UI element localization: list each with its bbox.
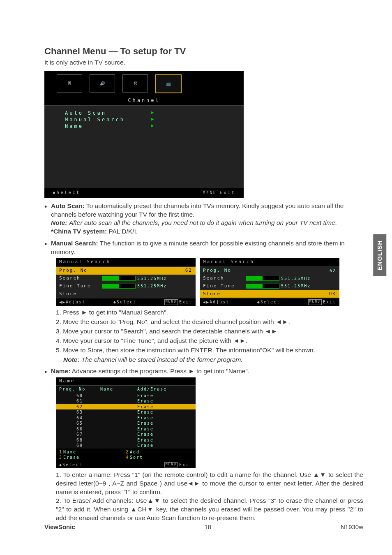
tab-setup-icon: 🛠 (122, 74, 148, 92)
footer-exit-label: Exit (220, 190, 236, 196)
ms1-title: Manual Search (56, 258, 196, 266)
note-label: Note: (51, 219, 67, 226)
tab-sound-icon: 🔊 (90, 74, 115, 92)
ms1-store-label: Store (59, 291, 100, 297)
ms2-search-val: 551.25MHz (281, 276, 311, 282)
name-row: 62Erase (56, 404, 196, 410)
ms2-adj: Adjust (210, 299, 229, 305)
ms2-title: Manual Search (200, 258, 339, 266)
step: 4. Move your cursor to "Fine Tune", and … (56, 337, 363, 345)
name-label: Name: (51, 368, 70, 375)
footer-page: 18 (205, 523, 212, 531)
ms1-fine-label: Fine Tune (59, 283, 100, 289)
osd-tabrow: 🎛 🔊 🛠 📺 (44, 71, 244, 96)
step: 1. Press ► to get into "Manual Search". (56, 308, 363, 317)
ms2-fine-label: Fine Tune (203, 283, 244, 289)
ms-note-label: Note: (63, 356, 80, 363)
name-osd-title: Name (56, 377, 196, 385)
nf-sel: Select (62, 462, 82, 468)
auto-scan-text: To automatically preset the channels int… (51, 202, 344, 218)
footer-model: N1930w (341, 523, 363, 531)
osd-item: Manual Search (65, 116, 143, 123)
nf-exit: Exit (179, 462, 192, 468)
nf-tag: MENU (164, 462, 178, 468)
osd-footer: ◆ Select MENU Exit (44, 188, 244, 198)
ms2-adj-glyph: ◀▶ (203, 299, 210, 305)
ms1-search-label: Search (59, 275, 100, 282)
name-row: 63Erase (56, 409, 196, 415)
tab-picture-icon: 🎛 (57, 74, 82, 92)
name-osd: Name Prog. No Name Add/Erase 60Erase61Er… (56, 377, 196, 468)
footer-menu-tag: MENU (202, 190, 218, 196)
name-row: 68Erase (56, 437, 196, 443)
manual-search-bullet: Manual Search: The function is to give a… (44, 239, 363, 364)
step: 5. Move to Store, then store the instruc… (56, 346, 363, 355)
ms1-tag: MENU (164, 299, 178, 305)
ms2-prog-label: Prog. No (203, 268, 244, 274)
ms1-sel: Select (117, 299, 136, 305)
ms1-fine-val: 551.25MHz (137, 283, 167, 289)
manual-search-label: Manual Search: (51, 240, 98, 247)
name-row: 65Erase (56, 421, 196, 426)
ms2-tag: MENU (308, 299, 322, 305)
arrow-icon: ▶ (151, 116, 156, 123)
name-row: 69Erase (56, 443, 196, 449)
osd-body: Auto Scan▶ Manual Search▶ Name▶ (44, 106, 244, 188)
ms1-prog-label: Prog. No (59, 268, 100, 274)
page-footer: ViewSonic 18 N1930w (44, 523, 363, 531)
step: 2. Move the cursor to "Prog. No", and se… (56, 318, 363, 326)
footer-select-glyph: ◆ (53, 190, 57, 196)
name-cmd: 1Name (59, 449, 126, 455)
language-tab: ENGLISH (373, 234, 386, 276)
footer-select-label: Select (57, 190, 81, 196)
ms2-exit: Exit (323, 299, 336, 305)
name-instr-1: 1. To enter a name: Press "1" (on the re… (56, 471, 363, 497)
arrow-icon: ▶ (151, 110, 156, 116)
name-bullet: Name: Advance settings of the programs. … (44, 367, 363, 522)
channel-osd: 🎛 🔊 🛠 📺 Channel Auto Scan▶ Manual Search… (44, 71, 244, 198)
ms2-store-ok: OK (329, 291, 336, 297)
osd-item: Name (65, 123, 143, 130)
ms1-prog-val: 62 (185, 268, 192, 274)
note-text: After auto scan all the channels, you ne… (69, 219, 337, 226)
name-row: 66Erase (56, 426, 196, 432)
name-cmd: 2Add (126, 449, 192, 455)
col-prog: Prog. No (59, 386, 100, 392)
step: 3. Move your cursor to "Search", and sea… (56, 327, 363, 336)
ms1-adj-glyph: ◀▶ (59, 299, 66, 305)
osd-item: Auto Scan (65, 110, 143, 116)
name-row: 67Erase (56, 432, 196, 437)
section-title: Channel Menu — To setup for TV (44, 45, 363, 58)
osd-title: Channel (44, 96, 244, 106)
name-row: 61Erase (56, 398, 196, 404)
manual-search-osd-1: Manual Search Prog. No62 Search551.25MHz… (56, 258, 196, 306)
auto-scan-label: Auto Scan: (51, 202, 85, 209)
col-name: Name (100, 386, 137, 392)
name-row: 60Erase (56, 393, 196, 399)
ms2-store-label: Store (203, 291, 244, 297)
tab-channel-icon: 📺 (155, 74, 182, 93)
footer-brand: ViewSonic (44, 523, 75, 531)
ms1-adj: Adjust (66, 299, 85, 305)
manual-search-steps: 1. Press ► to get into "Manual Search". … (56, 308, 363, 364)
ms1-search-val: 551.25MHz (137, 276, 167, 282)
ms2-prog-val: 62 (330, 268, 336, 274)
auto-scan-bullet: Auto Scan: To automatically preset the c… (44, 202, 363, 236)
name-instr-2: 2. To Erase/ Add channels: Use▲▼ to sele… (56, 497, 363, 523)
nf-sel-glyph: ◆ (59, 462, 62, 468)
ms1-exit: Exit (179, 299, 192, 305)
col-act: Add/Erase (137, 386, 167, 392)
china-val: PAL D/K/I. (108, 228, 138, 235)
ms2-search-label: Search (203, 275, 244, 282)
section-subhead: It is only active in TV source. (44, 58, 363, 67)
ms2-sel: Select (261, 299, 280, 305)
manual-search-osd-2: Manual Search Prog. No62 Search551.25MHz… (200, 258, 339, 306)
name-intro: Advance settings of the programs. Press … (72, 368, 249, 375)
ms2-fine-val: 551.25MHz (281, 283, 311, 289)
name-row: 64Erase (56, 415, 196, 421)
arrow-icon: ▶ (151, 123, 156, 130)
ms2-sel-glyph: ◆ (257, 299, 261, 305)
ms-note-text: The channel will be stored instead of th… (81, 356, 243, 363)
china-label: *China TV system: (51, 228, 107, 235)
name-cmd: 4Sort (126, 455, 192, 460)
